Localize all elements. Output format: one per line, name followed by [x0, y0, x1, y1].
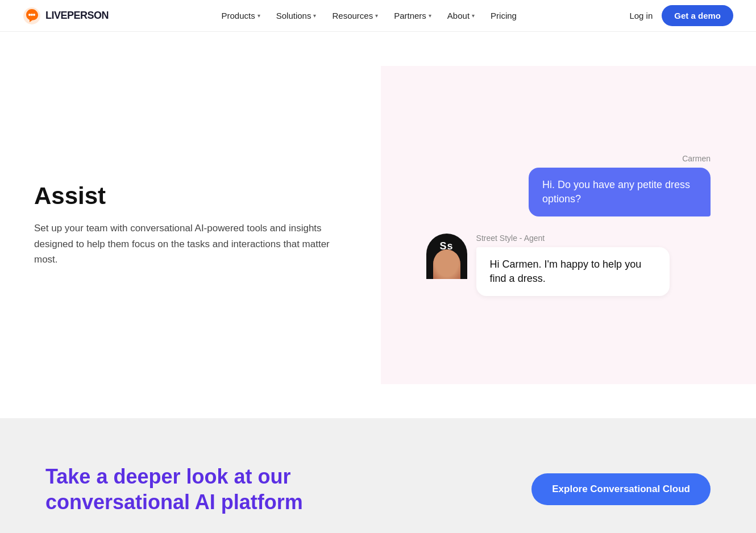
agent-avatar: Ss	[426, 234, 467, 279]
svg-point-2	[31, 14, 33, 16]
chevron-down-icon: ▾	[257, 13, 260, 19]
svg-point-3	[33, 14, 35, 16]
left-content: Assist Set up your team with conversatio…	[34, 183, 381, 267]
svg-point-1	[28, 14, 31, 16]
main-section: Assist Set up your team with conversatio…	[0, 32, 756, 418]
explore-cloud-button[interactable]: Explore Conversational Cloud	[531, 473, 711, 505]
login-link[interactable]: Log in	[629, 11, 653, 20]
nav-partners[interactable]: Partners ▾	[387, 6, 438, 25]
chevron-down-icon: ▾	[313, 13, 316, 19]
chat-panel: Carmen Hi. Do you have any petite dress …	[381, 66, 756, 384]
nav-pricing[interactable]: Pricing	[484, 6, 524, 25]
agent-face-graphic	[433, 249, 460, 279]
liveperson-logo-icon	[23, 7, 41, 25]
nav-links: Products ▾ Solutions ▾ Resources ▾ Partn…	[215, 6, 524, 25]
nav-about[interactable]: About ▾	[441, 6, 481, 25]
user-message-bubble: Hi. Do you have any petite dress options…	[529, 168, 711, 216]
section-title: Assist	[34, 183, 358, 209]
agent-name-label: Street Style - Agent	[476, 234, 711, 243]
agent-photo	[433, 249, 460, 279]
cta-section: Take a deeper look at our conversational…	[0, 418, 756, 533]
get-demo-button[interactable]: Get a demo	[662, 5, 733, 26]
agent-avatar-background: Ss	[426, 234, 467, 279]
agent-row: Ss Street Style - Agent Hi Carmen. I'm h…	[426, 234, 711, 296]
chevron-down-icon: ▾	[472, 13, 475, 19]
nav-resources[interactable]: Resources ▾	[325, 6, 385, 25]
cta-headline: Take a deeper look at our conversational…	[45, 464, 352, 515]
nav-solutions[interactable]: Solutions ▾	[269, 6, 323, 25]
agent-chat-content: Street Style - Agent Hi Carmen. I'm happ…	[476, 234, 711, 296]
user-name-label: Carmen	[426, 154, 711, 163]
nav-products[interactable]: Products ▾	[215, 6, 267, 25]
chevron-down-icon: ▾	[429, 13, 431, 19]
agent-message-bubble: Hi Carmen. I'm happy to help you find a …	[476, 247, 670, 296]
chevron-down-icon: ▾	[375, 13, 378, 19]
logo-text: LIVEPERSON	[45, 10, 109, 22]
section-description: Set up your team with conversational AI-…	[34, 220, 330, 267]
nav-actions: Log in Get a demo	[629, 5, 733, 26]
main-nav: LIVEPERSON Products ▾ Solutions ▾ Resour…	[0, 0, 756, 32]
logo[interactable]: LIVEPERSON	[23, 7, 109, 25]
